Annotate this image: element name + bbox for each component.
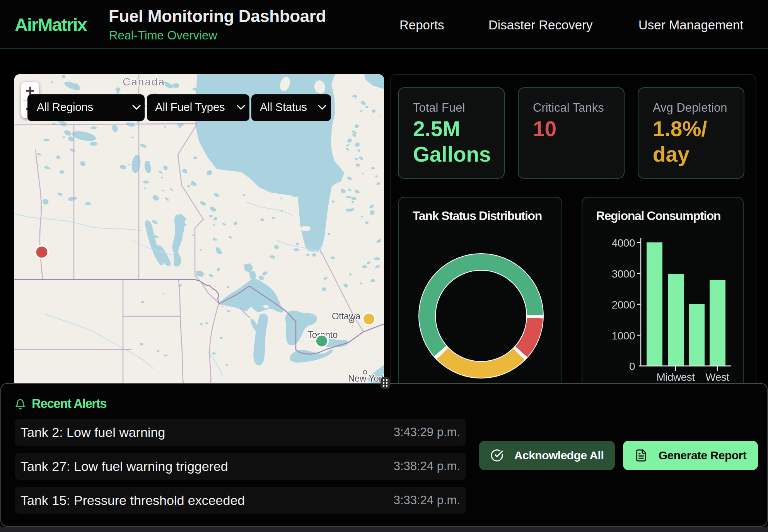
svg-text:3000: 3000 xyxy=(612,268,635,280)
svg-text:Canada: Canada xyxy=(123,76,165,88)
svg-text:4000: 4000 xyxy=(612,237,635,249)
svg-text:West: West xyxy=(705,371,729,383)
svg-text:New York: New York xyxy=(348,373,384,383)
svg-text:Midwest: Midwest xyxy=(656,371,695,383)
svg-text:Ottawa: Ottawa xyxy=(332,311,361,321)
svg-text:1000: 1000 xyxy=(612,330,635,342)
svg-text:2000: 2000 xyxy=(612,299,635,311)
svg-text:0: 0 xyxy=(629,360,635,372)
